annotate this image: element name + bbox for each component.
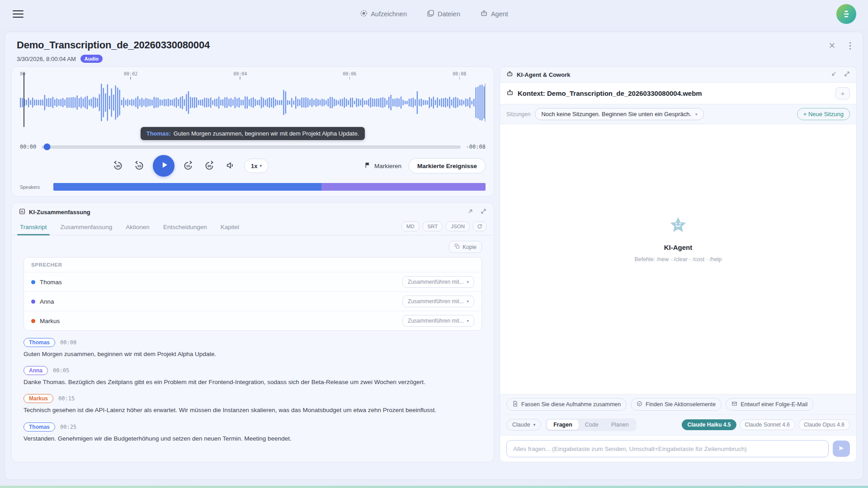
chevron-down-icon: ▾ bbox=[533, 422, 536, 427]
tooltip-speaker: Thomas: bbox=[146, 130, 171, 137]
speaker-pill[interactable]: Thomas bbox=[24, 422, 55, 432]
nav-item-record[interactable]: Aufzeichnen bbox=[360, 9, 407, 19]
mode-tab[interactable]: Code bbox=[579, 420, 605, 430]
transcript-entry: Markus 00:15 Technisch gesehen ist die A… bbox=[24, 394, 482, 414]
summary-tab[interactable]: Aktionen bbox=[125, 220, 151, 235]
merge-speaker-select[interactable]: Zusammenführen mit... ▾ bbox=[402, 315, 474, 327]
marked-events-button[interactable]: Markierte Ereignisse bbox=[409, 158, 486, 174]
waveform-tooltip: Thomas: Guten Morgen zusammen, beginnen … bbox=[141, 127, 365, 140]
transcript-list: Thomas 00:00 Guten Morgen zusammen, begi… bbox=[24, 338, 482, 443]
entry-timestamp[interactable]: 00:00 bbox=[60, 339, 76, 346]
timeline-tick: 00:04 bbox=[233, 71, 247, 80]
model-chip[interactable]: Claude Haiku 4.5 bbox=[682, 419, 736, 430]
speaker-segment[interactable] bbox=[321, 183, 486, 191]
entry-timestamp[interactable]: 00:25 bbox=[60, 424, 76, 430]
summary-tab[interactable]: Entscheidungen bbox=[162, 220, 208, 235]
playback-speed-button[interactable]: 1x ▾ bbox=[244, 159, 269, 173]
mode-tab[interactable]: Fragen bbox=[547, 420, 579, 430]
merge-speaker-select[interactable]: Zusammenführen mit... ▾ bbox=[402, 276, 474, 288]
volume-icon bbox=[226, 160, 236, 172]
send-icon bbox=[838, 445, 845, 453]
summary-tab[interactable]: Zusammenfassung bbox=[60, 220, 113, 235]
agent-commands-hint: Befehle: /new · /clear · /cost · /help bbox=[634, 256, 722, 263]
collapse-icon[interactable] bbox=[831, 70, 837, 79]
summary-tabs: Transkript Zusammenfassung Aktionen Ents… bbox=[12, 220, 494, 235]
chevron-down-icon: ▾ bbox=[467, 280, 469, 284]
audio-player: 00 00:02 00:04 bbox=[11, 66, 494, 197]
export-format-button[interactable]: JSON bbox=[446, 221, 470, 231]
speaker-pill[interactable]: Markus bbox=[24, 394, 53, 403]
speaker-pill[interactable]: Thomas bbox=[24, 338, 55, 347]
merge-speaker-select[interactable]: Zusammenführen mit... ▾ bbox=[402, 296, 474, 307]
speaker-pill[interactable]: Anna bbox=[24, 366, 48, 375]
kebab-menu-icon[interactable] bbox=[849, 42, 851, 51]
speakers-track[interactable] bbox=[53, 183, 486, 191]
ask-input[interactable] bbox=[506, 440, 829, 457]
nav-item-label: Aufzeichnen bbox=[371, 10, 407, 18]
table-row: Thomas Zusammenführen mit... ▾ bbox=[24, 272, 481, 292]
skip-back-10-button[interactable]: 10 bbox=[132, 158, 147, 174]
expand-icon[interactable] bbox=[481, 208, 486, 216]
copy-button[interactable]: Kopie bbox=[449, 241, 482, 253]
timeline-tick: 00:02 bbox=[124, 71, 137, 80]
speaker-segment[interactable] bbox=[53, 183, 321, 191]
summarize-recording-button[interactable]: Fassen Sie diese Aufnahme zusammen bbox=[506, 398, 627, 411]
nav-tabs: Aufzeichnen Dateien Agent bbox=[360, 9, 508, 19]
expand-icon[interactable] bbox=[844, 70, 850, 79]
new-session-button[interactable]: + Neue Sitzung bbox=[797, 108, 850, 120]
svg-text:10: 10 bbox=[186, 164, 190, 168]
summary-tab[interactable]: Kapitel bbox=[220, 220, 240, 235]
add-context-button[interactable]: + bbox=[835, 87, 850, 99]
skip-back-30-button[interactable]: 30 bbox=[110, 158, 126, 174]
nav-item-agent[interactable]: Agent bbox=[480, 9, 508, 19]
mark-label: Markieren bbox=[374, 163, 401, 169]
chevron-down-icon: ▾ bbox=[467, 299, 469, 304]
summary-title: KI-Zusammenfassung bbox=[29, 209, 90, 216]
mode-tabs: Fragen Code Planen bbox=[546, 418, 637, 431]
chevron-down-icon: ▾ bbox=[695, 112, 698, 117]
play-button[interactable] bbox=[153, 155, 175, 177]
open-external-icon[interactable] bbox=[467, 208, 473, 216]
copy-label: Kopie bbox=[462, 244, 476, 250]
menu-icon[interactable] bbox=[13, 8, 24, 20]
entry-timestamp[interactable]: 00:15 bbox=[58, 395, 75, 402]
model-chip[interactable]: Claude Opus 4.6 bbox=[798, 419, 850, 430]
waveform-container[interactable] bbox=[20, 80, 486, 125]
waveform-end-marker bbox=[485, 84, 486, 122]
agent-panel: KI-Agent & Cowork Kontext: Demo_Transc bbox=[500, 66, 857, 462]
speed-value: 1x bbox=[251, 163, 257, 169]
seek-slider[interactable] bbox=[42, 145, 461, 149]
model-chip[interactable]: Claude Sonnet 4.6 bbox=[740, 419, 795, 430]
summary-tab[interactable]: Transkript bbox=[19, 220, 48, 235]
provider-select[interactable]: Claude ▾ bbox=[506, 419, 541, 431]
skip-forward-30-button[interactable]: 30 bbox=[202, 158, 217, 174]
mode-tab[interactable]: Planen bbox=[605, 420, 635, 430]
bottom-accent-strip bbox=[0, 486, 868, 488]
playhead-cursor[interactable] bbox=[24, 73, 24, 127]
type-badge: Audio bbox=[80, 55, 103, 63]
nav-item-files[interactable]: Dateien bbox=[427, 9, 460, 19]
export-format-button[interactable]: MD bbox=[401, 221, 420, 231]
export-format-button[interactable]: SRT bbox=[423, 221, 443, 231]
app-logo[interactable] bbox=[836, 4, 856, 24]
document-header: Demo_Transcription_de_20260330080004 3/3… bbox=[5, 32, 863, 66]
refresh-button[interactable] bbox=[473, 221, 486, 231]
context-label: Kontext: Demo_Transcription_de_202603300… bbox=[518, 89, 702, 97]
timeline-tick: 00 bbox=[20, 71, 25, 76]
draft-followup-email-button[interactable]: Entwurf einer Folge-E-Mail bbox=[726, 398, 813, 411]
transcript-content: Kopie SPRECHER Thomas bbox=[12, 235, 494, 462]
mark-button[interactable]: Markieren bbox=[364, 162, 401, 170]
entry-timestamp[interactable]: 00:05 bbox=[53, 367, 69, 374]
agent-empty-title: KI-Agent bbox=[634, 244, 722, 251]
robot-icon bbox=[480, 9, 488, 19]
nav-item-label: Agent bbox=[491, 10, 508, 18]
agent-chat-area: KI-Agent Befehle: /new · /clear · /cost … bbox=[500, 124, 856, 394]
seek-thumb[interactable] bbox=[44, 144, 51, 150]
skip-forward-10-button[interactable]: 10 bbox=[180, 158, 196, 174]
find-action-items-button[interactable]: Finden Sie Aktionselemente bbox=[631, 398, 722, 411]
envelope-icon bbox=[731, 401, 737, 408]
sessions-select[interactable]: Noch keine Sitzungen. Beginnen Sie unten… bbox=[535, 108, 703, 120]
volume-button[interactable] bbox=[223, 158, 238, 174]
close-icon[interactable] bbox=[829, 42, 835, 51]
send-button[interactable] bbox=[833, 441, 850, 457]
